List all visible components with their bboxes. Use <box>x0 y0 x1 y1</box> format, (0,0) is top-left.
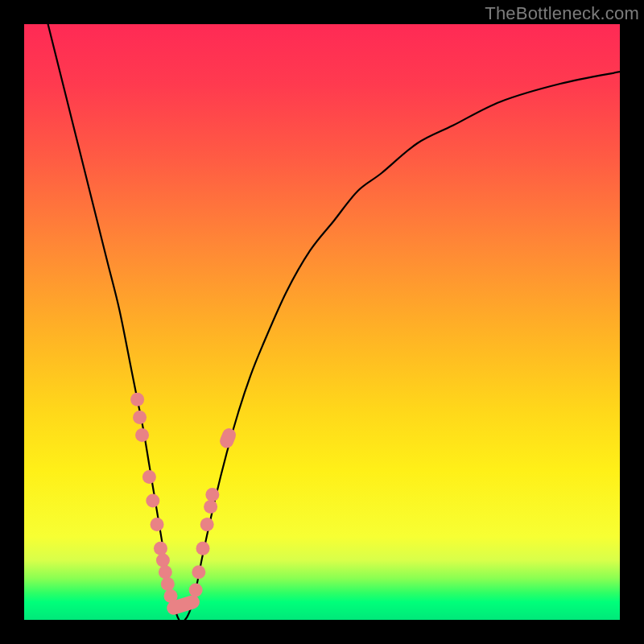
watermark-text: TheBottleneck.com <box>485 3 639 24</box>
marker-dot <box>146 494 159 508</box>
bottleneck-curve <box>48 24 620 620</box>
plot-area <box>24 24 620 620</box>
marker-dot <box>151 518 164 531</box>
marker-dot <box>204 500 217 514</box>
chart-frame: TheBottleneck.com <box>0 0 644 644</box>
marker-dot <box>161 577 175 591</box>
marker-dot <box>205 488 219 502</box>
marker-dot <box>196 542 210 555</box>
marker-dot <box>156 554 170 568</box>
marker-dot <box>130 393 144 407</box>
marker-dot <box>192 565 205 579</box>
marker-dot <box>159 565 172 579</box>
marker-dot <box>189 584 203 597</box>
marker-capsule <box>218 427 238 450</box>
marker-dot <box>154 542 167 555</box>
marker-dot <box>142 470 156 484</box>
marker-layer <box>130 393 238 617</box>
marker-dot <box>133 411 147 424</box>
marker-dot <box>135 428 149 442</box>
marker-dot <box>200 518 214 531</box>
chart-svg <box>24 24 620 620</box>
